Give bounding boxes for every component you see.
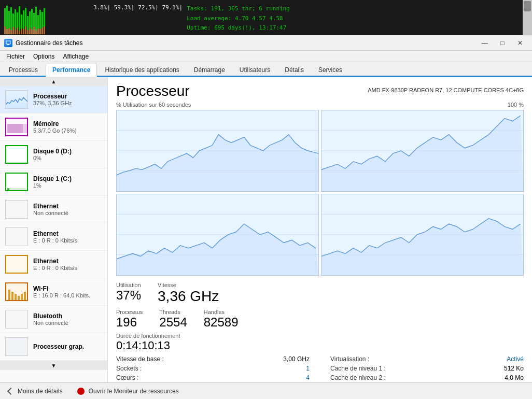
disk0-info: Disque 0 (D:) 0% xyxy=(33,148,102,161)
tab-processus[interactable]: Processus xyxy=(2,64,45,76)
menu-options[interactable]: Options xyxy=(29,52,59,61)
menu-fichier[interactable]: Fichier xyxy=(2,52,29,61)
svg-rect-22 xyxy=(8,28,10,34)
svg-rect-30 xyxy=(25,26,26,34)
eth1-info: Ethernet Non connecté xyxy=(33,203,102,216)
handles-value: 82589 xyxy=(204,315,239,330)
svg-rect-27 xyxy=(19,31,20,34)
processus-value: 196 xyxy=(116,315,143,330)
gpu-name: Processeur grap. xyxy=(33,343,102,350)
svg-rect-49 xyxy=(15,294,17,301)
utilisation-value: 37% xyxy=(116,288,141,303)
chart-label-text: % Utilisation sur 60 secondes xyxy=(116,102,191,108)
eth1-thumbnail xyxy=(5,200,28,219)
svg-rect-31 xyxy=(27,30,29,34)
tab-services[interactable]: Services xyxy=(312,64,349,76)
panel-subtitle: AMD FX-9830P RADEON R7, 12 COMPUTE CORES… xyxy=(368,87,524,93)
svg-rect-43 xyxy=(7,124,23,133)
eth3-value: E : 0 R : 0 Kbits/s xyxy=(33,265,102,271)
detail-sockets: Sockets : 1 xyxy=(116,364,310,373)
svg-rect-20 xyxy=(4,26,6,34)
bluetooth-name: Bluetooth xyxy=(33,312,102,320)
sidebar-item-gpu[interactable]: Processeur grap. xyxy=(0,333,107,361)
wifi-info: Wi-Fi E : 16,0 R : 64,0 Kbits. xyxy=(33,285,102,298)
disk0-name: Disque 0 (D:) xyxy=(33,148,102,155)
utilisation-label: Utilisation xyxy=(116,282,141,288)
svg-rect-26 xyxy=(17,27,18,34)
svg-rect-36 xyxy=(37,28,39,34)
threads-value: 2554 xyxy=(159,315,187,330)
terminal-vals: 3.8%| 59.3%| 72.5%| 79.1%| xyxy=(93,4,183,33)
panel-title: Processeur xyxy=(116,83,190,99)
main-content: ▲ Processeur 37%, 3,36 GHz Mémo xyxy=(0,77,532,382)
minimize-button[interactable]: — xyxy=(477,38,493,48)
close-button[interactable]: ✕ xyxy=(512,38,528,48)
chart-top-right xyxy=(321,110,524,192)
tab-bar: Processus Performance Historique des app… xyxy=(0,62,532,77)
stat-processus: Processus 196 xyxy=(116,309,143,330)
threads-label: Threads xyxy=(159,309,187,315)
disk1-info: Disque 1 (C:) 1% xyxy=(33,175,102,189)
eth3-name: Ethernet xyxy=(33,258,102,265)
tab-details[interactable]: Détails xyxy=(278,64,311,76)
sidebar-item-eth2[interactable]: Ethernet E : 0 R : 0 Kbits/s xyxy=(0,223,107,251)
detail-vitesse-base: Vitesse de base : 3,00 GHz xyxy=(116,354,310,364)
stat-utilisation: Utilisation 37% xyxy=(116,282,141,305)
sidebar-scroll-down[interactable]: ▼ xyxy=(0,361,107,370)
memory-thumbnail xyxy=(5,118,28,136)
detail-cache1: Cache de niveau 1 : 512 Ko xyxy=(330,364,524,373)
sidebar-item-cpu[interactable]: Processeur 37%, 3,36 GHz xyxy=(0,86,107,113)
sidebar-item-wifi[interactable]: Wi-Fi E : 16,0 R : 64,0 Kbits. xyxy=(0,278,107,306)
scrollbar-thumb[interactable] xyxy=(524,1,531,11)
svg-rect-41 xyxy=(7,44,9,45)
sidebar-item-eth3[interactable]: Ethernet E : 0 R : 0 Kbits/s xyxy=(0,251,107,278)
svg-rect-37 xyxy=(39,29,41,34)
terminal-graphs xyxy=(4,2,82,34)
svg-rect-44 xyxy=(7,162,28,164)
chart-top-left xyxy=(116,110,319,192)
stat-handles: Handles 82589 xyxy=(204,309,239,330)
panel-header: Processeur AMD FX-9830P RADEON R7, 12 CO… xyxy=(116,83,524,99)
gpu-info: Processeur grap. xyxy=(33,343,102,350)
svg-rect-52 xyxy=(24,292,26,301)
sidebar-item-eth1[interactable]: Ethernet Non connecté xyxy=(0,196,107,223)
svg-rect-35 xyxy=(35,31,37,34)
svg-rect-25 xyxy=(15,30,16,34)
sidebar-item-disk0[interactable]: Disque 0 (D:) 0% xyxy=(0,141,107,168)
title-bar: Gestionnaire des tâches — □ ✕ xyxy=(0,35,532,51)
chevron-left-icon xyxy=(7,387,15,394)
svg-rect-24 xyxy=(12,27,14,34)
sidebar-scroll-up[interactable]: ▲ xyxy=(0,77,107,86)
tab-utilisateurs[interactable]: Utilisateurs xyxy=(233,64,277,76)
processus-label: Processus xyxy=(116,309,143,315)
sidebar-item-disk1[interactable]: Disque 1 (C:) 1% xyxy=(0,168,107,196)
open-monitor-button[interactable]: Ouvrir le Moniteur de ressources xyxy=(75,387,181,396)
stats-row: Utilisation 37% Vitesse 3,36 GHz xyxy=(116,282,524,305)
sidebar-item-memory[interactable]: Mémoire 5,3/7,0 Go (76%) xyxy=(0,113,107,141)
eth2-thumbnail xyxy=(5,227,28,246)
eth1-value: Non connecté xyxy=(33,210,102,216)
window-title: Gestionnaire des tâches xyxy=(16,39,477,47)
terminal-scrollbar[interactable] xyxy=(523,0,532,35)
sidebar-item-bluetooth[interactable]: Bluetooth Non connecté xyxy=(0,306,107,333)
chart-bottom-left xyxy=(116,194,319,276)
detail-virtualisation: Virtualisation : Activé xyxy=(330,354,524,364)
svg-rect-46 xyxy=(7,188,9,191)
gpu-thumbnail xyxy=(5,337,28,356)
uptime-label: Durée de fonctionnement xyxy=(116,333,524,339)
eth2-info: Ethernet E : 0 R : 0 Kbits/s xyxy=(33,230,102,244)
tab-performance[interactable]: Performance xyxy=(46,64,97,77)
wifi-name: Wi-Fi xyxy=(33,285,102,292)
memory-value: 5,3/7,0 Go (76%) xyxy=(33,127,102,134)
svg-rect-28 xyxy=(21,28,22,34)
svg-rect-34 xyxy=(33,27,35,34)
tab-demarrage[interactable]: Démarrage xyxy=(187,64,232,76)
bluetooth-value: Non connecté xyxy=(33,320,102,326)
svg-rect-7 xyxy=(19,6,20,34)
tab-historique[interactable]: Historique des applications xyxy=(98,64,186,76)
menu-affichage[interactable]: Affichage xyxy=(59,52,93,61)
svg-rect-29 xyxy=(23,29,24,34)
disk1-thumbnail xyxy=(5,173,28,191)
maximize-button[interactable]: □ xyxy=(495,38,510,48)
less-details-button[interactable]: Moins de détails xyxy=(6,387,65,396)
